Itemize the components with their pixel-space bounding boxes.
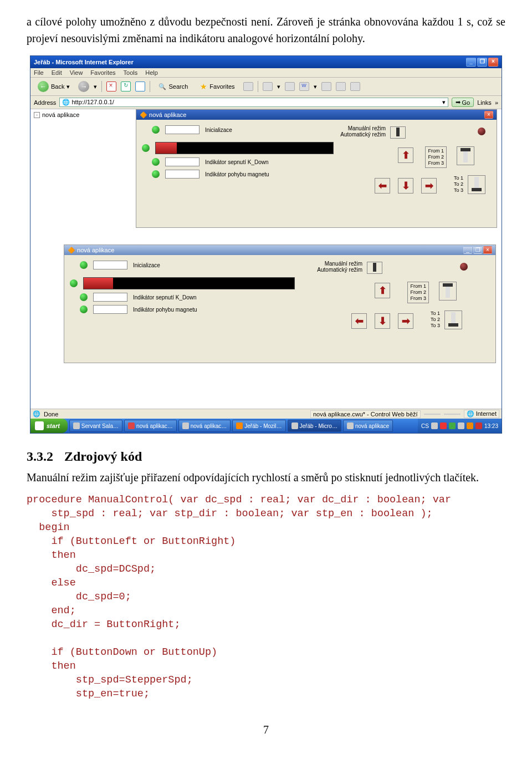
panel-bottom-close-icon[interactable]: × (483, 246, 492, 254)
to-slider-b[interactable] (444, 310, 462, 329)
task-item-3[interactable]: nová aplikac… (178, 420, 231, 432)
task-item-4[interactable]: Jeřáb - Mozil… (232, 420, 285, 432)
move-textbox[interactable] (165, 170, 200, 179)
led-green-b4 (80, 306, 88, 313)
from1-label-b: From 1 (410, 283, 426, 289)
status-done: Done (44, 411, 58, 417)
tray-icon-3[interactable] (449, 422, 456, 429)
tray-icon-4[interactable] (458, 422, 464, 429)
stop-icon[interactable] (106, 82, 116, 91)
address-input[interactable]: 🌐 http://127.0.0.1/ ▾ (59, 98, 448, 107)
from3-label-b: From 3 (410, 296, 426, 302)
task-item-2[interactable]: nová aplikac… (124, 420, 177, 432)
manual-label-b: Manuální režim (317, 261, 362, 267)
task-item-1[interactable]: Servant Sala… (69, 420, 122, 432)
forward-button[interactable]: → (78, 81, 89, 92)
task-item-6[interactable]: nová aplikace (343, 420, 393, 432)
from2-label-b: From 2 (410, 289, 426, 296)
led-mode-right-b (460, 263, 468, 271)
from2-label: From 2 (428, 154, 444, 160)
progress-bar-bottom (83, 277, 295, 289)
menu-favorites[interactable]: Favorites (90, 69, 115, 76)
back-button[interactable]: ←Back ▾ (34, 79, 74, 94)
misc-icon-1[interactable] (321, 82, 331, 91)
from-slider-b[interactable] (439, 282, 457, 301)
code-block: procedure ManualControl( var dc_spd : re… (27, 493, 505, 701)
close-icon[interactable]: × (488, 58, 498, 67)
panel-top-close-icon[interactable]: × (484, 111, 493, 119)
start-button[interactable]: start (30, 419, 68, 433)
page-number: 7 (27, 724, 505, 736)
led-green-3 (152, 158, 160, 166)
menu-file[interactable]: File (34, 69, 44, 76)
tray-icon-5[interactable] (467, 422, 473, 429)
menu-tools[interactable]: Tools (124, 69, 138, 76)
arrow-left-button-b[interactable]: ⬅ (351, 313, 367, 329)
menu-edit[interactable]: Edit (52, 69, 62, 76)
history-icon[interactable] (243, 82, 253, 91)
arrow-left-button[interactable]: ⬅ (375, 178, 390, 194)
arrow-up-button[interactable]: ⬆ (398, 147, 413, 163)
tray-icon-6[interactable] (475, 422, 482, 429)
arrow-down-button-b[interactable]: ⬇ (375, 313, 390, 329)
to-slider[interactable] (468, 175, 485, 194)
led-green-1 (152, 126, 160, 134)
arrow-right-button[interactable]: ➡ (421, 178, 437, 194)
print-icon[interactable] (285, 82, 295, 91)
move-textbox-b[interactable] (93, 305, 127, 314)
from-slider[interactable] (457, 146, 474, 165)
address-label: Address (34, 99, 56, 106)
go-button[interactable]: ➡ Go (452, 98, 474, 107)
led-green-b3 (80, 293, 88, 301)
section-paragraph: Manuální režim zajišťuje přiřazení odpov… (27, 470, 505, 486)
mode-switch[interactable] (390, 126, 406, 139)
init-label: Inicializace (205, 127, 232, 133)
led-mode-right (478, 128, 485, 135)
to1-label: To 1 (454, 175, 463, 181)
arrow-up-button-b[interactable]: ⬆ (375, 283, 390, 298)
word-icon[interactable]: W (299, 82, 309, 91)
panel-bottom-minimize-icon[interactable]: _ (463, 246, 472, 254)
task-item-5[interactable]: Jeřáb - Micro… (288, 420, 341, 432)
favorites-button[interactable]: ★Favorites (196, 80, 238, 93)
kdown-textbox-b[interactable] (93, 293, 127, 302)
tray-icon-1[interactable] (431, 422, 438, 429)
to2-label: To 2 (454, 181, 463, 187)
to1-label-b: To 1 (431, 310, 440, 317)
lang-indicator[interactable]: CS (421, 423, 429, 429)
auto-label-b: Automatický režim (317, 267, 362, 273)
init-textbox-b[interactable] (93, 261, 127, 269)
side-panel-tab[interactable]: - nová aplikace (34, 111, 79, 118)
tray-icon-2[interactable] (440, 422, 447, 429)
home-icon[interactable] (135, 82, 145, 91)
panel-top-titlebar: 🔶 nová aplikace × (136, 110, 497, 120)
init-textbox[interactable] (165, 125, 200, 134)
mail-icon[interactable] (263, 82, 273, 91)
misc-icon-3[interactable] (350, 82, 360, 91)
section-title: Zdrojový kód (64, 449, 142, 464)
maximize-icon[interactable]: ❐ (477, 58, 487, 67)
kdown-textbox[interactable] (165, 157, 200, 166)
refresh-icon[interactable]: ↻ (121, 82, 131, 91)
menu-help[interactable]: Help (145, 69, 158, 76)
led-green-b2 (70, 279, 78, 287)
mode-switch-b[interactable] (367, 262, 382, 274)
ie-statusbar: 🌐 Done nová aplikace.cwu* - Control Web … (30, 409, 502, 419)
kdown-label-b: Indikátor sepnutí K_Down (133, 294, 197, 301)
to3-label: To 3 (454, 187, 463, 194)
arrow-down-button[interactable]: ⬇ (398, 178, 413, 194)
minimize-icon[interactable]: _ (466, 58, 476, 67)
led-green-b1 (80, 261, 88, 269)
panel-bottom-maximize-icon[interactable]: ❐ (473, 246, 482, 254)
ie-toolbar: ←Back ▾ →▾ ↻ 🔍 Search ★Favorites ▾ W▾ (30, 78, 502, 96)
menu-view[interactable]: View (70, 69, 83, 76)
ie-addressbar: Address 🌐 http://127.0.0.1/ ▾ ➡ Go Links… (30, 96, 502, 109)
search-button[interactable]: 🔍 Search (155, 82, 192, 92)
manual-label: Manuální režim (340, 125, 386, 131)
led-green-4 (152, 170, 160, 178)
arrow-right-button-b[interactable]: ➡ (398, 313, 413, 329)
misc-icon-2[interactable] (336, 82, 346, 91)
taskbar: start Servant Sala… nová aplikac… nová a… (30, 419, 502, 433)
system-tray: CS 13:23 (418, 419, 502, 433)
links-label[interactable]: Links (477, 99, 492, 106)
